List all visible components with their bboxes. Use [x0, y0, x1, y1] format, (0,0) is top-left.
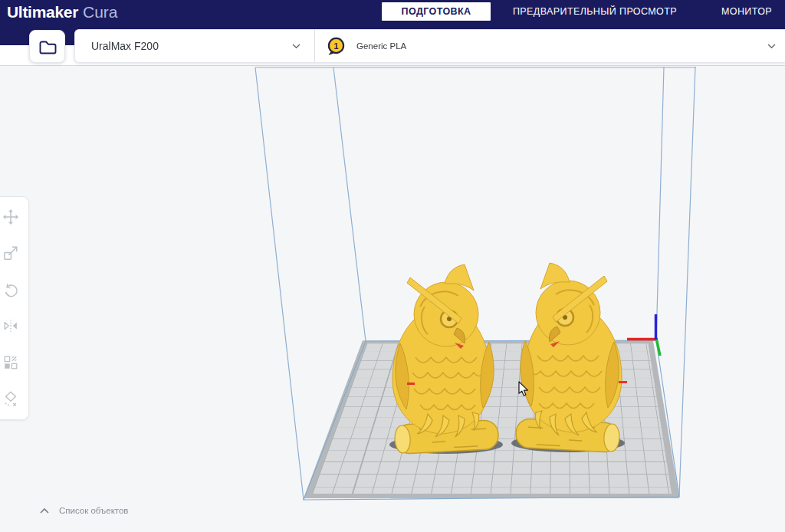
viewport-3d[interactable]: [0, 66, 785, 532]
extruder-1-badge: 1: [326, 36, 347, 57]
mirror-tool-button[interactable]: [0, 308, 28, 345]
tab-monitor[interactable]: МОНИТОР: [711, 2, 782, 21]
machine-selector-bar: UralMax F200 1 Generic PLA: [74, 29, 785, 63]
object-list-label: Список объектов: [59, 506, 128, 515]
support-blocker-button[interactable]: [0, 381, 28, 418]
per-model-settings-icon: [2, 354, 19, 371]
app-logo: Ultimaker Cura: [7, 1, 118, 24]
move-icon: [2, 209, 19, 225]
printer-selector[interactable]: UralMax F200: [75, 30, 315, 62]
open-file-button[interactable]: [29, 30, 65, 63]
scale-icon: [2, 245, 19, 261]
support-blocker-icon: [2, 390, 19, 407]
material-name: Generic PLA: [356, 41, 757, 51]
chevron-down-icon: [292, 44, 301, 49]
tab-prepare[interactable]: ПОДГОТОВКА: [382, 2, 491, 21]
mouse-cursor: [518, 381, 529, 396]
axis-indicator: [0, 66, 785, 532]
mirror-icon: [2, 317, 19, 334]
rotate-icon: [2, 281, 19, 298]
overhang-mark: [619, 381, 627, 383]
y-axis-line: [657, 340, 661, 356]
folder-icon: [38, 38, 57, 56]
overhang-mark: [407, 383, 415, 385]
printer-name: UralMax F200: [91, 40, 292, 52]
move-tool-button[interactable]: [0, 199, 28, 235]
rotate-tool-button[interactable]: [0, 271, 28, 308]
extruder-number: 1: [333, 41, 338, 50]
scale-tool-button[interactable]: [0, 235, 28, 272]
material-selector[interactable]: 1 Generic PLA: [315, 30, 785, 62]
logo-brand: Ultimaker: [7, 3, 78, 21]
object-list-toggle[interactable]: Список объектов: [40, 506, 128, 515]
tab-preview[interactable]: ПРЕДВАРИТЕЛЬНЫЙ ПРОСМОТР: [498, 2, 691, 21]
chevron-down-icon: [767, 44, 776, 49]
logo-product: Cura: [83, 3, 118, 21]
tool-panel: [0, 196, 29, 420]
chevron-up-icon: [40, 507, 49, 514]
per-model-settings-button[interactable]: [0, 344, 28, 381]
